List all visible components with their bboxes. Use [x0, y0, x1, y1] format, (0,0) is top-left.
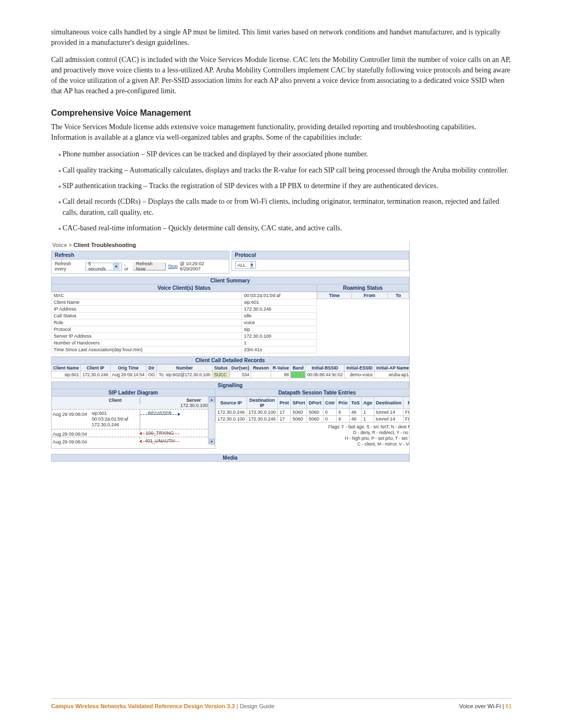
status-value: Idle [242, 313, 317, 319]
scroll-down-icon[interactable]: ▾ [209, 439, 215, 445]
status-value: 00:03:2a:01:b9:af [242, 292, 317, 299]
refresh-now-button[interactable]: Refresh Now [133, 263, 166, 270]
roaming-status-title: Roaming Status [317, 285, 409, 292]
ccdr-cell [251, 372, 271, 378]
ladder-time: Aug 29 09:06:04 [52, 410, 91, 417]
ccdr-col: Dur(sec) [229, 365, 251, 372]
scrollbar[interactable]: ▴ ▾ [208, 397, 215, 444]
ccdr-cell: 534 [229, 372, 251, 378]
status-value: sip [242, 326, 317, 333]
refresh-interval-value: 5 seconds [88, 261, 109, 272]
ccdr-col: Reason [251, 365, 271, 372]
ccdr-title: Client Call Detailed Records [51, 356, 409, 364]
ccdr-cell: To: sip:602@172.30.0.100 [157, 372, 212, 378]
ccdr-col: Client IP [81, 365, 111, 372]
ccdr-table: Client Name Client IP Orig Time Dir Numb… [51, 364, 410, 378]
dp-cell: 0 [323, 409, 337, 416]
footer-doc-title: Campus Wireless Networks Validated Refer… [51, 703, 235, 709]
ladder-server-ip: 172.30.0.100 [180, 403, 208, 408]
ladder-client: sip:601 00:03:2a:01:b9:af 172.30.0.246 [91, 410, 140, 428]
dp-cell: 5060 [291, 409, 307, 416]
dp-cell: 46 [349, 409, 361, 416]
status-value: 172.30.0.100 [242, 333, 317, 340]
ccdr-cell: OG [146, 372, 157, 378]
dp-cell: 172.30.0.100 [216, 416, 247, 423]
dp-cell: 17 [278, 416, 291, 423]
status-label: Client Name [52, 299, 242, 306]
scroll-up-icon[interactable]: ▴ [209, 397, 215, 402]
status-label: Call Status [52, 313, 242, 319]
refresh-timestamp: @ 10:29:02 8/29/2007 [180, 261, 226, 272]
list-item: Call detail records (CDRs) – Displays th… [63, 196, 512, 218]
chevron-down-icon: ▾ [250, 262, 253, 268]
dp-cell: 1 [362, 409, 374, 416]
status-label: MAC [52, 292, 242, 299]
status-label: IP Address [52, 306, 242, 313]
body-para-1: simultaneous voice calls handled by a si… [51, 27, 512, 48]
ccdr-col: Dir [146, 365, 157, 372]
dp-cell: 6 [337, 416, 350, 423]
ccdr-cell: 00:0b:86:44:9c:02 [305, 372, 345, 378]
refresh-or: , or [124, 261, 131, 272]
dp-col: Destination [374, 397, 403, 409]
refresh-panel-title: Refresh [51, 251, 229, 260]
dp-cell: 5060 [307, 409, 324, 416]
dp-cell: tunnel 14 [374, 416, 403, 423]
dp-col: Source IP [216, 397, 247, 409]
protocol-panel-title: Protocol [231, 251, 410, 260]
voice-client-status-title: Voice Client(s) Status [51, 285, 317, 292]
datapath-legend: H - high prio, P - set prio, T - set ToS [218, 436, 410, 441]
status-label: Time Since Last Association(day:hour:min… [52, 347, 242, 353]
dp-col: SPort [291, 397, 307, 409]
dp-cell: tunnel 14 [374, 409, 403, 416]
ccdr-col: Initial-BSSID [305, 365, 345, 372]
status-value: voice [242, 319, 317, 326]
breadcrumb-prefix: Voice > [52, 242, 74, 248]
media-title: Media [51, 454, 409, 462]
ccdr-col: Initial-AP Name [375, 365, 410, 372]
ccdr-col: Status [212, 365, 229, 372]
voice-client-status-table: MAC00:03:2a:01:b9:af Client Namesip:601 … [51, 292, 317, 353]
ladder-msg-label: REGISTER [148, 411, 172, 416]
signalling-title: Signalling [51, 381, 409, 389]
ladder-msg: 100_TRYING [140, 429, 179, 437]
refresh-interval-select[interactable]: 5 seconds ▾ [85, 263, 122, 270]
footer-page-number: 61 [506, 703, 512, 709]
refresh-stop-link[interactable]: Stop [168, 264, 178, 269]
body-para-2: Call admission control (CAC) is included… [51, 55, 512, 97]
dp-cell: 0 [323, 416, 337, 423]
datapath-title: Datapath Session Table Entries [215, 389, 410, 397]
ladder-time: Aug 29 09:06:04 [52, 429, 91, 437]
ladder-msg-label: 100_TRYING [146, 430, 174, 436]
roaming-col-from: From [351, 292, 388, 299]
protocol-select[interactable]: ALL ▾ [235, 261, 256, 269]
list-item: Phone number association – SIP devices c… [63, 149, 512, 159]
list-item: CAC-based real-time information – Quickl… [63, 223, 512, 233]
dp-cell: 5060 [307, 416, 324, 423]
footer-doc-sub: Design Guide [240, 703, 275, 709]
list-item: Call quality tracking – Automatically ca… [63, 165, 512, 176]
dp-cell: 6 [337, 409, 350, 416]
dp-cell: FHPT [403, 409, 410, 416]
breadcrumb-current: Client Troubleshooting [74, 242, 136, 248]
refresh-label: Refresh every [55, 261, 83, 272]
dp-col: Destination IP [247, 397, 278, 409]
dp-col: DPort [307, 397, 324, 409]
table-row: 172.30.0.246 172.30.0.100 17 5060 5060 0… [216, 409, 410, 416]
ccdr-cell: 172.30.0.246 [81, 372, 111, 378]
datapath-legend: Flags: F - fast age, S - src NAT, N - de… [218, 424, 410, 430]
datapath-legend: D - deny, R - redirect, Y - no syn [218, 430, 410, 436]
ladder-time: Aug 29 09:06:04 [52, 437, 91, 445]
ccdr-col: Band [291, 365, 305, 372]
dp-cell: 17 [278, 409, 291, 416]
footer-section: Voice over Wi-Fi [459, 703, 501, 709]
breadcrumb: Voice > Client Troubleshooting [51, 241, 409, 251]
ccdr-col: Client Name [52, 365, 81, 372]
protocol-value: ALL [238, 263, 246, 268]
ccdr-col: Initial-ESSID [345, 365, 375, 372]
ccdr-cell: aruba-ap1 [375, 372, 410, 378]
status-value: 172.30.0.246 [242, 306, 317, 313]
datapath-legend: C - client, M - mirror, V - VOIP [218, 441, 410, 447]
section-heading: Comprehensive Voice Management [51, 108, 512, 118]
status-value: sip:601 [242, 299, 317, 306]
